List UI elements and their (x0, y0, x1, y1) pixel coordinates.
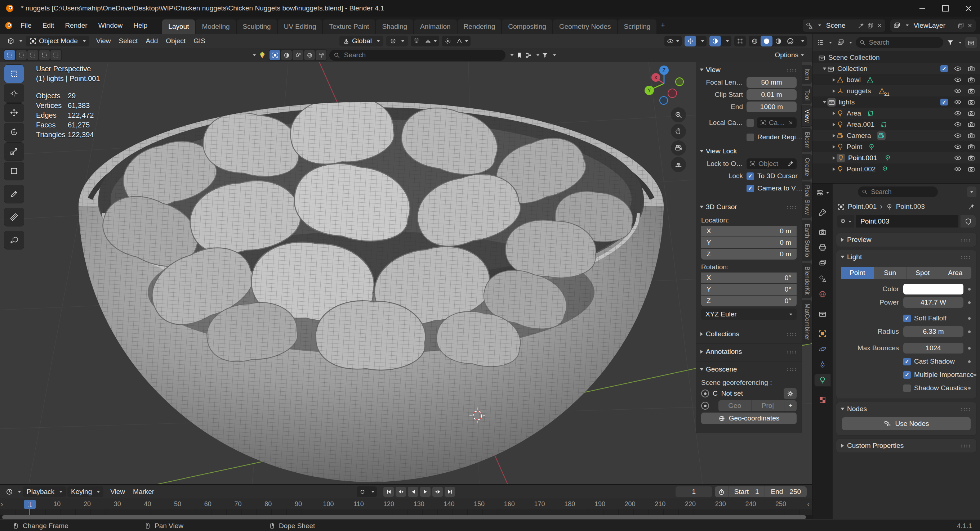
view-layer-selector[interactable]: ViewLayer (890, 19, 976, 32)
tool-add-cube[interactable] (4, 231, 24, 249)
menu-item[interactable]: Edit (37, 19, 60, 32)
hide-eye-icon[interactable] (954, 132, 962, 139)
next-keyframe-button[interactable] (432, 487, 443, 497)
light-name-field[interactable]: Point.003 (856, 215, 958, 228)
clip-end-field[interactable]: 1000 m (746, 101, 797, 113)
crs-radio[interactable] (701, 390, 709, 398)
sidebar-tab[interactable]: View (802, 106, 812, 126)
use-nodes-button[interactable]: Use Nodes (842, 417, 970, 430)
power-field[interactable]: 417.7 W (903, 297, 963, 308)
show-gizmo-toggle[interactable] (684, 36, 696, 46)
expand-left-icon[interactable]: › (1, 500, 3, 508)
shading-material-button[interactable] (772, 36, 784, 46)
hide-eye-icon[interactable] (954, 120, 962, 128)
outliner-row-point002[interactable]: Point.002 (813, 163, 980, 174)
animate-dot[interactable] (968, 347, 970, 350)
outliner-row-collection[interactable]: Collection (813, 63, 980, 74)
workspace-tab[interactable]: UV Editing (278, 19, 323, 34)
render-visibility-icon[interactable] (968, 121, 975, 128)
euler-mode-dropdown[interactable]: XYZ Euler (701, 309, 797, 320)
editor-type-button[interactable] (815, 187, 830, 199)
sidebar-tab[interactable]: MatCombiner (802, 300, 812, 344)
collections-section-header[interactable]: Collections (696, 328, 802, 340)
render-visibility-icon[interactable] (968, 65, 975, 72)
drag-grip-icon[interactable] (961, 238, 971, 242)
expand-icon[interactable] (833, 78, 835, 82)
render-visibility-icon[interactable] (968, 143, 975, 151)
mode-dropdown[interactable]: Object Mode (26, 36, 89, 46)
light-type-button[interactable]: Spot (907, 267, 939, 279)
hide-eye-icon[interactable] (954, 109, 962, 117)
viewport-canvas[interactable]: User Perspective (1) lights | Point.001 … (0, 62, 812, 484)
expand-icon[interactable] (833, 167, 835, 171)
outliner-scope-dropdown[interactable] (835, 37, 854, 48)
gizmo-dropdown[interactable] (696, 36, 706, 46)
properties-search[interactable] (858, 187, 938, 197)
sidebar-tab[interactable]: Blosm (802, 128, 812, 152)
annotations-section-header[interactable]: Annotations (696, 346, 802, 357)
viewport-menu-item[interactable]: GIS (189, 36, 209, 46)
max-bounces-field[interactable]: 1024 (903, 343, 963, 353)
options-button[interactable]: Options (775, 50, 804, 60)
lock-3d-cursor-checkbox[interactable] (746, 173, 754, 180)
radius-field[interactable]: 6.33 m (903, 326, 963, 337)
timeline-keyframe-strip[interactable] (0, 509, 812, 515)
add-crs-button[interactable]: + (784, 400, 797, 411)
tool-transform[interactable] (4, 162, 24, 180)
collapse-chevron-icon[interactable] (253, 54, 256, 56)
outliner-search-input[interactable] (868, 38, 939, 47)
snap-toggle[interactable] (411, 36, 422, 46)
sidebar-tab[interactable]: Real Show (802, 181, 812, 218)
falloff-dropdown[interactable] (453, 36, 471, 46)
shadow-caustics-checkbox[interactable] (903, 385, 911, 392)
tool-rotate[interactable] (4, 123, 24, 141)
xray-toggle[interactable] (734, 36, 746, 46)
select-invert-button[interactable] (39, 50, 50, 60)
blender-menu-icon[interactable] (4, 21, 13, 30)
new-collection-button[interactable] (965, 37, 977, 48)
breadcrumb-object[interactable]: Point.001 (848, 203, 877, 211)
animate-dot[interactable] (968, 360, 970, 363)
light-type-button[interactable]: Area (939, 267, 972, 279)
add-workspace-button[interactable]: + (657, 18, 669, 33)
tab-physics[interactable] (815, 343, 830, 355)
local-camera-field[interactable]: Ca… (757, 117, 797, 128)
outliner-display-mode-dropdown[interactable] (815, 37, 834, 48)
pivot-dropdown[interactable] (386, 36, 408, 46)
cursor-3d-section-header[interactable]: 3D Cursor (696, 201, 802, 213)
unlink-scene-icon[interactable] (877, 23, 882, 29)
shading-solid-button[interactable] (760, 36, 772, 46)
sidebar-tab[interactable]: Item (802, 65, 812, 84)
shading-wireframe-button[interactable] (749, 36, 760, 46)
fake-user-button[interactable] (961, 215, 976, 228)
geoscene-section-header[interactable]: Geoscene (696, 364, 802, 375)
overlays-dropdown[interactable] (721, 36, 732, 46)
workspace-tab[interactable]: Texture Paint (323, 19, 375, 34)
hide-eye-icon[interactable] (954, 98, 962, 106)
outliner-row-camera[interactable]: Camera (813, 130, 980, 141)
scene-name[interactable]: Scene (824, 22, 855, 30)
drag-grip-icon[interactable] (786, 206, 797, 209)
tool-scale[interactable] (4, 143, 24, 160)
hide-eye-icon[interactable] (954, 76, 962, 84)
expand-icon[interactable] (823, 67, 827, 70)
category-hdr-button[interactable] (304, 50, 315, 60)
render-visibility-icon[interactable] (968, 99, 975, 106)
light-panel-header[interactable]: Light (836, 250, 977, 264)
outliner-search[interactable] (856, 37, 943, 48)
workspace-tab[interactable]: Scripting (618, 19, 657, 34)
minimize-button[interactable] (911, 0, 934, 17)
cursor-rotation-field[interactable]: Y0° (701, 284, 797, 295)
animate-dot[interactable] (968, 288, 970, 290)
duplicate-scene-icon[interactable] (867, 22, 874, 29)
geo-coordinates-button[interactable]: Geo-coordinates (701, 412, 797, 424)
outliner-filter-dropdown[interactable] (945, 37, 963, 48)
drag-grip-icon[interactable] (961, 255, 971, 259)
animate-dot[interactable] (974, 374, 977, 376)
outliner-row-area001[interactable]: Area.001 (813, 119, 980, 130)
timeline-marker-menu[interactable]: Marker (129, 487, 158, 497)
tab-scene[interactable] (815, 273, 830, 285)
remove-view-layer-icon[interactable] (967, 23, 973, 29)
end-frame-field[interactable]: End250 (765, 487, 807, 497)
light-browse-dropdown[interactable] (837, 215, 854, 228)
